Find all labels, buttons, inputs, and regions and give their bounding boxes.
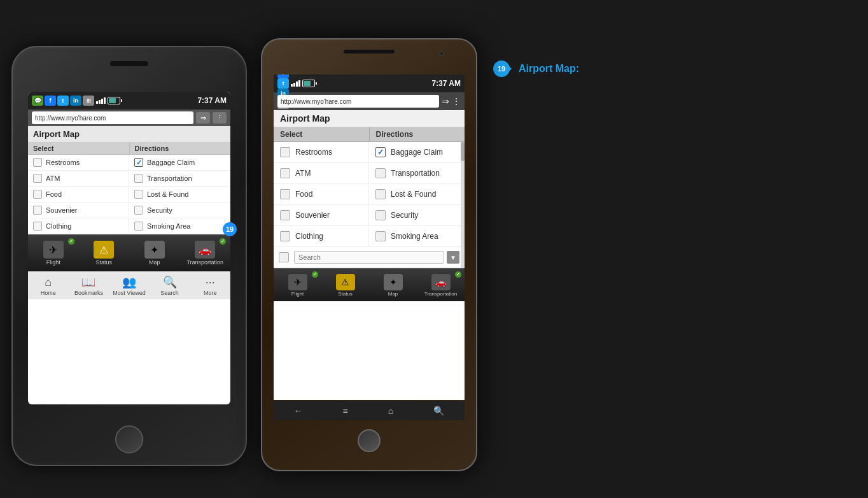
- iphone-nav-icon-search: 🔍: [163, 275, 177, 289]
- annotation-text: Airport Map:: [519, 63, 579, 75]
- android-checkbox-baggage-claim[interactable]: [375, 147, 386, 157]
- android-checkbox-transportation[interactable]: [375, 168, 386, 178]
- iphone-nav-icon-bookmarks: 📖: [81, 275, 95, 289]
- android-tab-badge: [311, 271, 319, 278]
- iphone-status-bar: 💬 f t in ⊞ 7:37 AM: [28, 92, 230, 110]
- android-url-input[interactable]: http://www.myo'hare.com: [277, 95, 439, 108]
- iphone-checkbox-atm[interactable]: [33, 174, 42, 183]
- android-checkbox-atm[interactable]: [280, 168, 290, 178]
- android-camera: [439, 51, 444, 56]
- iphone-checkbox-label: Lost & Found: [147, 190, 188, 198]
- android-check-item[interactable]: Transportation: [369, 163, 465, 184]
- android-hw-nav-btn-0[interactable]: ←: [294, 406, 303, 416]
- android-check-item[interactable]: Baggage Claim: [369, 142, 465, 163]
- iphone-nav-item-search[interactable]: 🔍Search: [150, 272, 190, 299]
- android-tab-map[interactable]: ✦Map: [369, 269, 417, 301]
- android-hw-nav-btn-3[interactable]: 🔍: [433, 406, 444, 416]
- android-checkbox-security[interactable]: [375, 210, 386, 220]
- iphone-tab-flight[interactable]: ✈Flight: [28, 235, 79, 271]
- iphone-check-item[interactable]: ATM: [28, 171, 129, 187]
- iphone-check-item[interactable]: Restrooms: [28, 155, 129, 171]
- android-checkbox-lost-&-found[interactable]: [375, 189, 386, 199]
- android-page-title: Airport Map: [274, 110, 465, 127]
- iphone-nav-item-bookmarks[interactable]: 📖Bookmarks: [69, 272, 109, 299]
- iphone-nav-icon-home: ⌂: [45, 276, 52, 289]
- iphone-checkbox-smoking-area[interactable]: [134, 222, 143, 231]
- android-tab-status[interactable]: ⚠Status: [321, 269, 369, 301]
- iphone-page-title: Airport Map: [28, 126, 230, 143]
- iphone-tab-icon-transportation: 🚗: [195, 241, 215, 259]
- iphone-check-item[interactable]: Transportation: [129, 171, 230, 187]
- android-scrollbar[interactable]: [461, 142, 465, 268]
- iphone-checkbox-security[interactable]: [134, 206, 143, 215]
- iphone-reload-button[interactable]: ⇒: [196, 112, 210, 124]
- android-checkbox-label: Lost & Found: [391, 190, 436, 199]
- android-checkbox-label: Restrooms: [295, 148, 332, 157]
- iphone-tab-map[interactable]: ✦Map: [129, 235, 180, 271]
- android-check-item[interactable]: Clothing: [274, 226, 369, 247]
- iphone-nav-item-more[interactable]: ···More: [190, 272, 230, 299]
- iphone-nav-label-more: More: [204, 290, 217, 296]
- iphone-nav-item-most viewed[interactable]: 👥Most Viewed: [109, 272, 150, 299]
- battery-icon: [108, 97, 120, 104]
- icon-grid: ⊞: [83, 96, 94, 106]
- android-check-item[interactable]: Lost & Found: [369, 184, 465, 205]
- iphone-check-item[interactable]: Souvenier: [28, 203, 129, 218]
- android-checkbox-souvenier[interactable]: [280, 210, 290, 220]
- iphone-device: 19 💬 f t in ⊞ 7:37 AM http://w: [11, 46, 247, 466]
- android-check-item[interactable]: Food: [274, 184, 369, 205]
- android-check-item[interactable]: ATM: [274, 163, 369, 184]
- android-scroll-thumb[interactable]: [461, 142, 465, 161]
- android-search-left-checkbox[interactable]: [279, 252, 289, 262]
- android-reload-button[interactable]: ⇒: [442, 96, 449, 106]
- android-home-button[interactable]: [358, 429, 381, 452]
- iphone-checkbox-souvenier[interactable]: [33, 206, 42, 215]
- iphone-checkbox-food[interactable]: [33, 190, 42, 199]
- android-checkbox-label: Smoking Area: [391, 232, 438, 241]
- android-menu-button[interactable]: ⋮: [452, 96, 461, 106]
- android-tab-icon-map: ✦: [384, 274, 403, 290]
- android-check-item[interactable]: Souvenier: [274, 205, 369, 226]
- android-check-item[interactable]: Restrooms: [274, 142, 369, 163]
- iphone-check-item[interactable]: Food: [28, 187, 129, 203]
- android-checkbox-label: Baggage Claim: [391, 148, 443, 157]
- android-scroll-area[interactable]: RestroomsBaggage ClaimATMTransportationF…: [274, 142, 465, 268]
- android-check-item[interactable]: Security: [369, 205, 465, 226]
- iphone-nav-item-home[interactable]: ⌂Home: [28, 272, 69, 299]
- iphone-check-item[interactable]: Baggage Claim: [129, 155, 230, 171]
- android-checkbox-restrooms[interactable]: [280, 147, 290, 157]
- iphone-url-input[interactable]: http://www.myo'hare.com: [32, 111, 193, 124]
- android-search-dropdown[interactable]: ▼: [447, 251, 459, 264]
- android-hw-nav-btn-1[interactable]: ≡: [343, 406, 348, 416]
- iphone-tab-label-status: Status: [95, 259, 112, 266]
- iphone-menu-button[interactable]: ⋮: [213, 112, 227, 124]
- android-check-item[interactable]: Smoking Area: [369, 226, 465, 247]
- android-tab-flight[interactable]: ✈Flight: [274, 269, 321, 301]
- iphone-checkbox-lost-&-found[interactable]: [134, 190, 143, 199]
- iphone-tab-status[interactable]: ⚠Status: [79, 235, 130, 271]
- iphone-check-item[interactable]: Lost & Found: [129, 187, 230, 203]
- android-bottom-tabs: ✈Flight⚠Status✦Map🚗Transportation: [274, 268, 465, 301]
- android-tab-transportation[interactable]: 🚗Transportation: [417, 269, 465, 301]
- iphone-home-button[interactable]: [115, 425, 143, 453]
- iphone-checkbox-clothing[interactable]: [33, 222, 42, 231]
- android-hw-nav-btn-2[interactable]: ⌂: [388, 406, 393, 416]
- android-search-row: ▼: [274, 247, 465, 268]
- iphone-tab-transportation[interactable]: 🚗Transportation: [180, 235, 231, 271]
- iphone-tab-label-transportation: Transportation: [186, 259, 223, 266]
- android-checkbox-clothing[interactable]: [280, 231, 290, 241]
- iphone-nav-label-home: Home: [41, 290, 56, 296]
- iphone-checkbox-label: Security: [147, 206, 172, 214]
- iphone-checkbox-transportation[interactable]: [134, 174, 143, 183]
- iphone-check-item[interactable]: Smoking Area: [129, 218, 230, 234]
- iphone-tab-label-flight: Flight: [46, 259, 60, 266]
- iphone-checkbox-baggage-claim[interactable]: [134, 158, 143, 167]
- android-search-input[interactable]: [294, 251, 444, 264]
- android-checkbox-food[interactable]: [280, 189, 290, 199]
- iphone-bottom-tabs: ✈Flight⚠Status✦Map🚗Transportation: [28, 234, 230, 271]
- iphone-check-item[interactable]: Security: [129, 203, 230, 218]
- android-status-bar: 💬 f t in ⊞ 7:37 AM: [274, 75, 465, 92]
- iphone-check-item[interactable]: Clothing: [28, 218, 129, 234]
- android-checkbox-smoking-area[interactable]: [375, 231, 386, 241]
- iphone-checkbox-restrooms[interactable]: [33, 158, 42, 167]
